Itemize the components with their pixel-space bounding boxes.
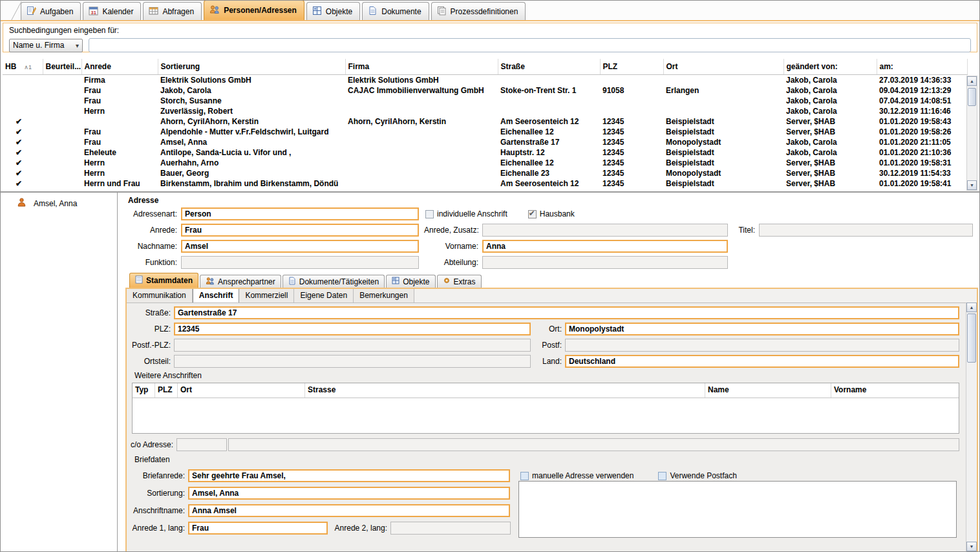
col-header-firma[interactable]: Firma bbox=[345, 59, 498, 75]
innertab-kommunikation[interactable]: Kommunikation bbox=[127, 289, 193, 303]
cell-hb[interactable]: ✔ bbox=[3, 147, 43, 158]
cell-ort[interactable]: Beispielstadt bbox=[663, 127, 783, 137]
subtab-extras[interactable]: Extras bbox=[437, 275, 482, 288]
cell-strasse[interactable] bbox=[498, 106, 600, 116]
cell-beurteil[interactable] bbox=[43, 85, 81, 96]
cell-hb[interactable]: ✔ bbox=[3, 178, 43, 189]
co-adresse-code-field[interactable] bbox=[176, 438, 227, 451]
cell-strasse[interactable]: Stoke-on-Trent Str. 1 bbox=[498, 85, 600, 96]
scroll-up-button[interactable] bbox=[967, 76, 977, 86]
col-header-ort[interactable]: Ort bbox=[663, 59, 783, 75]
abteilung-field[interactable] bbox=[482, 256, 728, 269]
weitere-anschriften-body[interactable] bbox=[133, 398, 959, 433]
anschriftname-field[interactable] bbox=[188, 504, 510, 517]
cell-plz[interactable]: 12345 bbox=[600, 137, 663, 147]
cell-plz[interactable] bbox=[600, 75, 663, 86]
cell-sortierung[interactable]: Bauer, Georg bbox=[158, 168, 345, 178]
cell-anrede[interactable]: Firma bbox=[81, 75, 158, 86]
anrede-field[interactable] bbox=[181, 224, 419, 237]
cell-hb[interactable] bbox=[3, 96, 43, 106]
anrede2-field[interactable] bbox=[390, 522, 511, 535]
strasse-field[interactable] bbox=[174, 306, 959, 319]
cell-anrede[interactable]: Herrn bbox=[81, 158, 158, 168]
col-header-plz[interactable]: PLZ bbox=[600, 59, 663, 75]
cell-anrede[interactable]: Herrn bbox=[81, 168, 158, 178]
cell-am[interactable]: 01.01.2020 19:58:43 bbox=[877, 116, 967, 127]
cell-plz[interactable] bbox=[600, 106, 663, 116]
cell-hb[interactable] bbox=[3, 75, 43, 86]
nachname-field[interactable] bbox=[181, 240, 419, 253]
table-row[interactable]: ✔ Herrn Bauer, Georg Eichenalle 23 12345… bbox=[3, 168, 967, 178]
wa-col-name[interactable]: Name bbox=[705, 383, 831, 398]
cell-ort[interactable]: Beispielstadt bbox=[663, 158, 783, 168]
cell-geaendert-von[interactable]: Jakob, Carola bbox=[783, 75, 877, 86]
innertab-kommerziell[interactable]: Kommerziell bbox=[239, 289, 294, 303]
cell-am[interactable]: 01.01.2020 19:58:31 bbox=[877, 158, 967, 168]
cell-beurteil[interactable] bbox=[43, 106, 81, 116]
cell-sortierung[interactable]: Auerhahn, Arno bbox=[158, 158, 345, 168]
subtab-dokumente-taetigkeiten[interactable]: Dokumente/Tätigkeiten bbox=[282, 275, 385, 288]
cell-beurteil[interactable] bbox=[43, 75, 81, 86]
table-row[interactable]: ✔ Eheleute Antilope, Sanda-Lucia u. Vifo… bbox=[3, 147, 967, 158]
briefdaten-notes-textarea[interactable] bbox=[518, 481, 957, 538]
cell-am[interactable]: 01.01.2020 19:58:26 bbox=[877, 127, 967, 137]
scroll-thumb[interactable] bbox=[967, 313, 976, 363]
cell-hb[interactable] bbox=[3, 106, 43, 116]
cell-beurteil[interactable] bbox=[43, 158, 81, 168]
innertab-eigene-daten[interactable]: Eigene Daten bbox=[294, 289, 354, 303]
cell-hb[interactable] bbox=[3, 85, 43, 96]
detail-scrollbar[interactable] bbox=[966, 303, 977, 551]
cell-am[interactable]: 01.01.2020 21:10:36 bbox=[877, 147, 967, 158]
cell-anrede[interactable]: Frau bbox=[81, 127, 158, 137]
cell-sortierung[interactable]: Elektrik Solutions GmbH bbox=[158, 75, 345, 86]
cell-am[interactable]: 09.04.2019 12:13:29 bbox=[877, 85, 967, 96]
table-row[interactable]: ✔ Frau Amsel, Anna Gartenstraße 17 12345… bbox=[3, 137, 967, 147]
co-adresse-field[interactable] bbox=[228, 438, 959, 451]
col-header-sortierung[interactable]: Sortierung bbox=[158, 59, 345, 75]
bf-sortierung-field[interactable] bbox=[188, 487, 510, 500]
search-input[interactable] bbox=[89, 38, 971, 52]
cell-geaendert-von[interactable]: Jakob, Carola bbox=[783, 96, 877, 106]
subtab-objekte[interactable]: Objekte bbox=[386, 275, 435, 288]
cell-plz[interactable] bbox=[600, 96, 663, 106]
cell-sortierung[interactable]: Zuverlässig, Robert bbox=[158, 106, 345, 116]
subtab-ansprechpartner[interactable]: Ansprechpartner bbox=[200, 275, 281, 288]
cell-hb[interactable]: ✔ bbox=[3, 127, 43, 137]
anrede-zusatz-field[interactable] bbox=[482, 224, 728, 237]
cell-strasse[interactable]: Hauptstr. 12 bbox=[498, 147, 600, 158]
cell-ort[interactable] bbox=[663, 106, 783, 116]
cell-beurteil[interactable] bbox=[43, 137, 81, 147]
table-row[interactable]: Frau Jakob, Carola CAJAC Immobilienverwa… bbox=[3, 85, 967, 96]
col-header-hb[interactable]: HB∧1 bbox=[3, 59, 43, 75]
table-row[interactable]: Frau Storch, Susanne Jakob, Carola 07.04… bbox=[3, 96, 967, 106]
cell-beurteil[interactable] bbox=[43, 116, 81, 127]
cell-plz[interactable]: 12345 bbox=[600, 168, 663, 178]
cell-anrede[interactable] bbox=[81, 116, 158, 127]
table-row[interactable]: ✔ Herrn Auerhahn, Arno Eichenallee 12 12… bbox=[3, 158, 967, 168]
cell-anrede[interactable]: Herrn bbox=[81, 106, 158, 116]
cell-strasse[interactable]: Eichenalle 23 bbox=[498, 168, 600, 178]
cell-strasse[interactable] bbox=[498, 96, 600, 106]
briefanrede-field[interactable] bbox=[188, 469, 510, 482]
adressenart-field[interactable] bbox=[181, 207, 419, 220]
cell-strasse[interactable]: Gartenstraße 17 bbox=[498, 137, 600, 147]
scroll-down-button[interactable] bbox=[967, 180, 977, 190]
cell-geaendert-von[interactable]: Server, $HAB bbox=[783, 127, 877, 137]
cell-plz[interactable]: 12345 bbox=[600, 158, 663, 168]
wa-col-plz[interactable]: PLZ bbox=[155, 383, 178, 398]
cell-beurteil[interactable] bbox=[43, 147, 81, 158]
cell-hb[interactable]: ✔ bbox=[3, 137, 43, 147]
cell-am[interactable]: 30.12.2019 11:54:33 bbox=[877, 168, 967, 178]
cell-firma[interactable] bbox=[345, 158, 498, 168]
cell-sortierung[interactable]: Jakob, Carola bbox=[158, 85, 345, 96]
cell-firma[interactable]: CAJAC Immobilienverwaltung GmbH bbox=[345, 85, 498, 96]
scroll-thumb[interactable] bbox=[968, 88, 976, 106]
cell-am[interactable]: 27.03.2019 14:36:33 bbox=[877, 75, 967, 86]
wa-col-vorname[interactable]: Vorname bbox=[831, 383, 959, 398]
verwende-postfach-checkbox[interactable] bbox=[658, 472, 666, 480]
person-list-item[interactable]: Amsel, Anna bbox=[1, 196, 117, 210]
cell-geaendert-von[interactable]: Server, $HAB bbox=[783, 158, 877, 168]
cell-am[interactable]: 01.01.2020 19:58:41 bbox=[877, 178, 967, 189]
plz-field[interactable] bbox=[174, 323, 531, 335]
cell-firma[interactable] bbox=[345, 137, 498, 147]
